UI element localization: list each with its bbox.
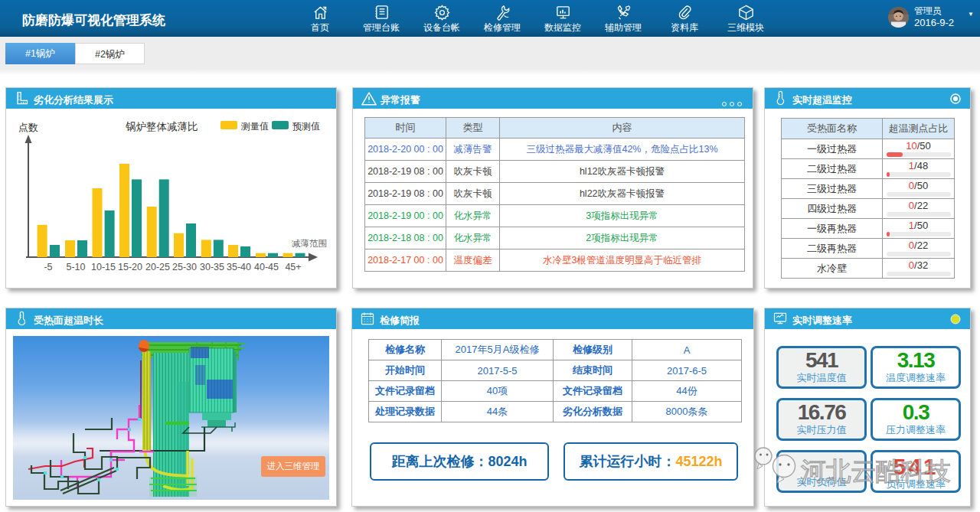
svg-text:30-35: 30-35 (200, 262, 224, 272)
svg-text:测量值: 测量值 (240, 121, 269, 132)
svg-text:45+: 45+ (285, 262, 301, 272)
svg-text:35-40: 35-40 (227, 262, 251, 272)
svg-text:10-15: 10-15 (91, 262, 116, 272)
svg-text:40-45: 40-45 (254, 262, 279, 272)
svg-text:25-30: 25-30 (172, 262, 197, 272)
svg-text:预测值: 预测值 (292, 121, 320, 132)
svg-text:15-20: 15-20 (118, 262, 142, 272)
svg-text:减薄范围: 减薄范围 (292, 239, 327, 248)
svg-text:20-25: 20-25 (145, 262, 170, 272)
svg-text:5-10: 5-10 (66, 262, 85, 272)
svg-text:-5: -5 (44, 262, 52, 272)
svg-text:锅炉整体减薄比: 锅炉整体减薄比 (126, 121, 198, 132)
svg-text:点数: 点数 (18, 122, 38, 133)
